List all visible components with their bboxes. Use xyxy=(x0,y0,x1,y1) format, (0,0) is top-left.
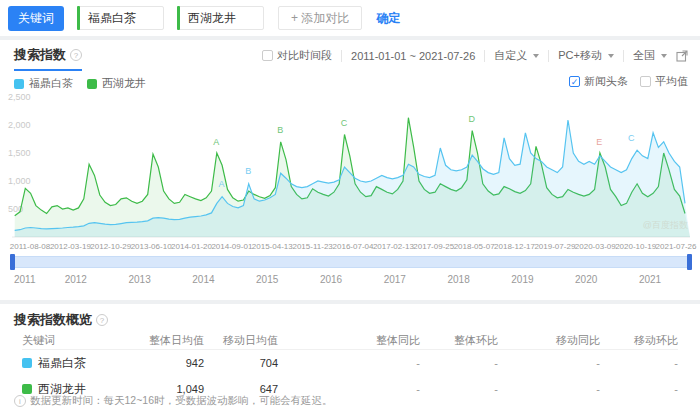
event-marker-A[interactable]: A xyxy=(218,179,224,189)
mobile-avg-value: 704 xyxy=(204,357,278,369)
data-update-note: i 数据更新时间：每天12~16时，受数据波动影响，可能会有延迟。 xyxy=(14,394,333,408)
year-label: 2014 xyxy=(192,274,214,285)
event-marker-E[interactable]: E xyxy=(596,137,602,147)
keyword-toolbar: 关键词 福鼎白茶 西湖龙井 + 添加对比 确定 xyxy=(0,0,700,36)
region-dropdown[interactable]: 全国 xyxy=(633,48,667,63)
year-label: 2021 xyxy=(639,274,661,285)
chevron-down-icon xyxy=(608,54,614,58)
x-tick-label: 2012-03-19 xyxy=(50,242,91,251)
overview-title: 搜索指数概览 ? xyxy=(14,311,108,329)
x-tick-label: 2021-07-26 xyxy=(656,242,697,251)
search-index-title: 搜索指数 xyxy=(14,46,66,64)
range-mode-dropdown[interactable]: 自定义 xyxy=(494,48,539,63)
event-marker-B[interactable]: B xyxy=(277,125,283,135)
y-tick-label: 1,000 xyxy=(8,176,31,186)
x-tick-label: 2019-07-29 xyxy=(534,242,575,251)
legend-swatch xyxy=(87,79,97,89)
search-index-chart: 5001,0001,5002,0002,500AABBCDEC2011-08-0… xyxy=(0,92,700,254)
timeline-slider-right-handle[interactable] xyxy=(687,254,692,270)
x-tick-label: 2017-02-13 xyxy=(373,242,414,251)
search-index-overview-panel: 搜索指数概览 ? 关键词 整体日均值 移动日均值 整体同比 整体环比 移动同比 … xyxy=(0,304,700,412)
year-label: 2020 xyxy=(575,274,597,285)
x-tick-label: 2014-01-20 xyxy=(171,242,212,251)
x-tick-label: 2016-07-04 xyxy=(333,242,374,251)
overall-avg-value: 942 xyxy=(120,357,204,369)
x-tick-label: 2011-08-08 xyxy=(10,242,51,251)
event-marker-D[interactable]: D xyxy=(468,114,475,124)
year-label: 2012 xyxy=(65,274,87,285)
event-marker-A[interactable]: A xyxy=(213,137,219,147)
timeline-slider-track[interactable] xyxy=(10,256,692,268)
x-tick-label: 2015-11-23 xyxy=(292,242,333,251)
legend-item-fudingbaicha[interactable]: 福鼎白茶 xyxy=(14,76,73,91)
series-swatch xyxy=(22,358,32,368)
year-label: 2018 xyxy=(447,274,469,285)
x-tick-label: 2020-10-19 xyxy=(615,242,656,251)
event-marker-B[interactable]: B xyxy=(245,166,251,176)
year-label: 2011 xyxy=(14,274,36,285)
x-tick-label: 2012-10-29 xyxy=(90,242,131,251)
chevron-down-icon xyxy=(533,54,539,58)
info-icon: i xyxy=(14,395,26,407)
add-compare-button[interactable]: + 添加对比 xyxy=(278,6,362,30)
x-tick-label: 2014-09-01 xyxy=(211,242,252,251)
compare-period-checkbox[interactable]: 对比时间段 xyxy=(262,48,332,63)
checkbox-checked-icon: ✓ xyxy=(569,76,580,87)
y-tick-label: 1,500 xyxy=(8,148,31,158)
keyword-chip-fudingbaicha[interactable]: 福鼎白茶 xyxy=(78,6,164,30)
average-checkbox[interactable]: 平均值 xyxy=(640,74,688,89)
event-marker-C[interactable]: C xyxy=(628,133,635,143)
event-marker-C[interactable]: C xyxy=(341,118,348,128)
x-tick-label: 2013-06-10 xyxy=(131,242,172,251)
overlay-toggles: ✓ 新闻头条 平均值 xyxy=(569,74,688,89)
watermark: @百度指数 xyxy=(643,220,688,230)
date-range-picker[interactable]: 2011-01-01 ~ 2021-07-26 xyxy=(351,50,475,62)
overview-table: 关键词 整体日均值 移动日均值 整体同比 整体环比 移动同比 移动环比 福鼎白茶… xyxy=(22,332,678,402)
checkbox-icon xyxy=(262,50,273,61)
x-tick-label: 2015-04-13 xyxy=(252,242,293,251)
chart-controls: 对比时间段 2011-01-01 ~ 2021-07-26 自定义 PC+移动 … xyxy=(262,48,688,63)
help-icon[interactable]: ? xyxy=(96,314,108,326)
table-row: 福鼎白茶 942 704 - - - - xyxy=(22,350,678,376)
y-tick-label: 2,500 xyxy=(8,92,31,102)
checkbox-icon xyxy=(640,76,651,87)
confirm-button[interactable]: 确定 xyxy=(376,10,400,27)
timeline-slider-left-handle[interactable] xyxy=(10,254,15,270)
keyword-label-button[interactable]: 关键词 xyxy=(8,6,64,31)
year-label: 2016 xyxy=(320,274,342,285)
year-label: 2013 xyxy=(128,274,150,285)
chart-legend: 福鼎白茶 西湖龙井 xyxy=(14,76,146,91)
external-link-icon[interactable] xyxy=(676,50,688,62)
x-tick-label: 2017-09-25 xyxy=(413,242,454,251)
tab-search-index[interactable]: 搜索指数 ? xyxy=(14,46,82,71)
news-headlines-checkbox[interactable]: ✓ 新闻头条 xyxy=(569,74,628,89)
series-swatch xyxy=(22,384,32,394)
legend-swatch xyxy=(14,79,24,89)
y-tick-label: 2,000 xyxy=(8,120,31,130)
keyword-chip-xihulongjing[interactable]: 西湖龙井 xyxy=(178,6,264,30)
year-label: 2017 xyxy=(384,274,406,285)
timeline-year-labels: 2011201220132014201520162017201820192020… xyxy=(0,274,700,288)
search-index-panel: 搜索指数 ? 对比时间段 2011-01-01 ~ 2021-07-26 自定义… xyxy=(0,40,700,300)
legend-item-xihulongjing[interactable]: 西湖龙井 xyxy=(87,76,146,91)
x-tick-label: 2018-12-17 xyxy=(494,242,535,251)
x-tick-label: 2020-03-09 xyxy=(575,242,616,251)
x-tick-label: 2018-05-07 xyxy=(454,242,495,251)
year-label: 2015 xyxy=(256,274,278,285)
device-dropdown[interactable]: PC+移动 xyxy=(558,48,614,63)
overview-table-header: 关键词 整体日均值 移动日均值 整体同比 整体环比 移动同比 移动环比 xyxy=(22,332,678,350)
year-label: 2019 xyxy=(511,274,533,285)
help-icon[interactable]: ? xyxy=(70,49,82,61)
chevron-down-icon xyxy=(661,54,667,58)
